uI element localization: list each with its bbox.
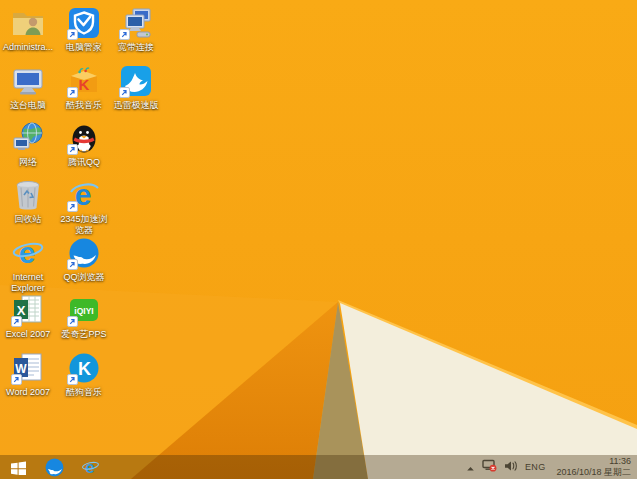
blue-circle-swirl-icon — [44, 457, 65, 478]
icon-label: 2345加速浏览器 — [56, 214, 112, 236]
desktop-icon-tencent-qq[interactable]: 腾讯QQ — [56, 121, 112, 177]
folder-user-icon — [11, 6, 45, 40]
desktop-icon-network[interactable]: 网络 — [0, 121, 56, 177]
svg-text:iQIYI: iQIYI — [74, 306, 93, 316]
icon-label: 酷狗音乐 — [56, 387, 112, 398]
shortcut-arrow-icon — [67, 29, 78, 40]
desktop-screen: Administra...电脑管家宽带连接这台电脑K酷我音乐迅雷极速版网络腾讯Q… — [0, 0, 637, 479]
icon-label: 爱奇艺PPS — [56, 329, 112, 340]
computer-icon — [11, 64, 45, 98]
music-box-icon: K — [67, 64, 101, 98]
icon-label: 回收站 — [0, 214, 56, 225]
two-computers-icon — [119, 6, 153, 40]
icon-label: 腾讯QQ — [56, 157, 112, 168]
desktop-icon-kugou-music[interactable]: K酷狗音乐 — [56, 351, 112, 407]
shortcut-arrow-icon — [67, 87, 78, 98]
clock-time: 11:36 — [609, 456, 631, 467]
icon-label: 宽带连接 — [108, 42, 164, 53]
clock[interactable]: 11:36 2016/10/18 星期二 — [552, 456, 631, 479]
ie-e-icon: e — [11, 236, 45, 270]
icon-label: 迅雷极速版 — [108, 100, 164, 111]
desktop-icon-broadband[interactable]: 宽带连接 — [108, 6, 164, 62]
blue-e-swoosh-icon: e — [67, 178, 101, 212]
taskbar: e — [0, 455, 637, 479]
desktop-icon-xunlei[interactable]: 迅雷极速版 — [108, 64, 164, 120]
trash-can-icon — [11, 178, 45, 212]
blue-circle-swirl-icon — [67, 236, 101, 270]
icon-label: Administra... — [0, 42, 56, 53]
shortcut-arrow-icon — [11, 374, 22, 385]
excel-sheet-icon: X — [11, 293, 45, 327]
icon-label: Word 2007 — [0, 387, 56, 398]
network-disconnected-icon — [482, 458, 497, 476]
volume-button[interactable] — [504, 458, 518, 476]
desktop-icon-word-2007[interactable]: WWord 2007 — [0, 351, 56, 407]
icon-label: Internet Explorer — [0, 272, 56, 294]
desktop-icon-excel-2007[interactable]: XExcel 2007 — [0, 293, 56, 349]
input-language-button[interactable]: ENG — [525, 462, 545, 472]
start-button[interactable] — [0, 455, 36, 479]
svg-text:e: e — [19, 236, 36, 269]
taskbar-button-qq-browser-task[interactable] — [36, 455, 72, 479]
desktop-icon-administrator[interactable]: Administra... — [0, 6, 56, 62]
svg-text:K: K — [78, 359, 91, 379]
clock-date: 2016/10/18 星期二 — [556, 467, 631, 478]
desktop-icon-this-pc[interactable]: 这台电脑 — [0, 64, 56, 120]
icon-label: 电脑管家 — [56, 42, 112, 53]
shortcut-arrow-icon — [67, 144, 78, 155]
network-status-button[interactable] — [482, 458, 497, 476]
system-tray: ENG 11:36 2016/10/18 星期二 — [466, 455, 637, 479]
shortcut-arrow-icon — [119, 87, 130, 98]
penguin-icon — [67, 121, 101, 155]
shortcut-arrow-icon — [67, 259, 78, 270]
globe-computer-icon — [11, 121, 45, 155]
icon-label: QQ浏览器 — [56, 272, 112, 283]
shortcut-arrow-icon — [67, 316, 78, 327]
shield-check-icon — [67, 6, 101, 40]
hummingbird-icon — [119, 64, 153, 98]
word-doc-icon: W — [11, 351, 45, 385]
svg-text:e: e — [85, 458, 94, 477]
shortcut-arrow-icon — [67, 374, 78, 385]
icon-label: Excel 2007 — [0, 329, 56, 340]
shortcut-arrow-icon — [67, 201, 78, 212]
windows-flag-icon — [10, 459, 27, 475]
icon-label: 网络 — [0, 157, 56, 168]
taskbar-button-ie-task[interactable]: e — [72, 455, 108, 479]
blue-circle-k-icon: K — [67, 351, 101, 385]
iqiyi-green-icon: iQIYI — [67, 293, 101, 327]
icon-label: 酷我音乐 — [56, 100, 112, 111]
desktop-icon-pc-manager[interactable]: 电脑管家 — [56, 6, 112, 62]
desktop-icon-internet-explorer[interactable]: eInternet Explorer — [0, 236, 56, 292]
desktop-icon-recycle-bin[interactable]: 回收站 — [0, 178, 56, 234]
chevron-up-icon — [466, 458, 475, 476]
desktop-icon-iqiyi-pps[interactable]: iQIYI爱奇艺PPS — [56, 293, 112, 349]
desktop-icon-qq-browser[interactable]: QQ浏览器 — [56, 236, 112, 292]
desktop-icon-kuwo-music[interactable]: K酷我音乐 — [56, 64, 112, 120]
icon-label: 这台电脑 — [0, 100, 56, 111]
shortcut-arrow-icon — [119, 29, 130, 40]
show-hidden-icons-button[interactable] — [466, 458, 475, 476]
ie-e-icon: e — [81, 458, 100, 477]
desktop-icon-2345-browser[interactable]: e2345加速浏览器 — [56, 178, 112, 234]
shortcut-arrow-icon — [11, 316, 22, 327]
svg-text:K: K — [79, 76, 90, 93]
speaker-icon — [504, 458, 518, 476]
